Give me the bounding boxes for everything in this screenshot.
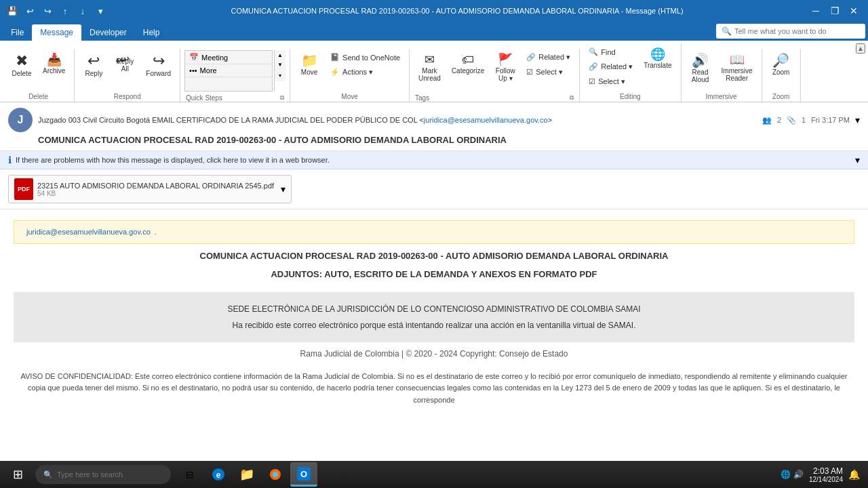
quicksteps-arrows: ▲ ▼ ▾ <box>274 50 285 92</box>
forward-button[interactable]: ↪ Forward <box>141 50 176 81</box>
taskbar-search-input[interactable] <box>57 470 163 479</box>
reply-all-button[interactable]: ↩ ↩ ReplyAll <box>110 50 140 76</box>
quicksteps-up[interactable]: ▲ <box>275 50 285 60</box>
search-input[interactable] <box>734 27 856 35</box>
email-title-line2: ADJUNTOS: AUTO, ESCRITO DE LA DEMANDA Y … <box>14 268 854 281</box>
notification-icon[interactable]: 🔔 <box>848 469 860 480</box>
attachment-info: 23215 AUTO ADMISORIO DEMANDA LABORAL ORD… <box>37 182 274 197</box>
info-expand-button[interactable]: ▾ <box>855 155 860 165</box>
ribbon-group-editing-content: 🔍 Find 🔗 Related ▾ ☑ Select ▾ 🌐 Translat… <box>583 43 677 92</box>
tags-small-btns: 🔗 Related ▾ ☑ Select ▾ <box>521 50 575 79</box>
read-aloud-icon: 🔊 <box>692 54 709 67</box>
quicksteps-dialog-icon[interactable]: ⧉ <box>280 94 284 102</box>
from-info: Juzgado 003 Civil Circuito Bogotá EMAIL … <box>38 116 757 124</box>
move-icon: 📁 <box>301 54 318 67</box>
archive-button[interactable]: 📥 Archive <box>38 50 70 78</box>
move-button[interactable]: 📁 Move <box>294 50 324 79</box>
taskbar-task-view[interactable]: ⊟ <box>176 462 203 487</box>
categorize-icon: 🏷 <box>462 54 474 66</box>
send-to-onenote-button[interactable]: 📓 Send to OneNote <box>326 50 405 64</box>
ribbon-group-quicksteps-content: 📅 Meeting ••• More ▲ ▼ ▾ <box>183 49 287 94</box>
email-footer: Rama Judicial de Colombia | © 2020 - 202… <box>14 348 854 360</box>
svg-point-3 <box>273 472 278 477</box>
attachment-item[interactable]: PDF 23215 AUTO ADMISORIO DEMANDA LABORAL… <box>8 175 292 203</box>
ribbon-group-immersive: 🔊 ReadAloud 📖 ImmersiveReader Immersive <box>682 49 762 102</box>
tab-message[interactable]: Message <box>32 24 81 41</box>
more-label: More <box>200 66 217 75</box>
message-date: Fri 3:17 PM <box>811 116 850 124</box>
quicksteps-expand[interactable]: ▾ <box>275 69 285 81</box>
network-icon[interactable]: 🌐 <box>781 470 791 479</box>
quickstep-meeting[interactable]: 📅 Meeting <box>185 51 272 64</box>
ribbon-group-zoom-content: 🔎 Zoom <box>765 49 797 92</box>
tab-developer[interactable]: Developer <box>81 24 135 41</box>
window-controls: ─ ❐ ✕ <box>807 2 863 20</box>
taskbar-clock[interactable]: 2:03 AM 12/14/2024 <box>809 466 843 483</box>
window-title: COMUNICA ACTUACION PROCESAL RAD 2019-002… <box>107 7 807 15</box>
attachment-count: 1 <box>802 116 806 124</box>
related-button[interactable]: 🔗 Related ▾ <box>521 50 575 64</box>
quickstep-more[interactable]: ••• More <box>185 64 272 77</box>
actions-button[interactable]: ⚡ Actions ▾ <box>326 65 405 79</box>
related-editing-button[interactable]: 🔗 Related ▾ <box>584 60 637 74</box>
attachment-icon: 📎 <box>787 116 796 125</box>
delete-button[interactable]: ✖ Delete <box>7 50 37 81</box>
taskbar-time: 2:03 AM <box>809 466 843 476</box>
from-email[interactable]: juridica@esesamuelvillanueva.gov.co <box>424 116 548 124</box>
taskbar-edge[interactable]: e <box>205 462 232 487</box>
forward-label: Forward <box>146 70 171 77</box>
qat-customize[interactable]: ▾ <box>94 4 107 18</box>
attachment-size: 54 KB <box>37 190 274 197</box>
from-line: Juzgado 003 Civil Circuito Bogotá EMAIL … <box>38 116 757 124</box>
tab-help[interactable]: Help <box>135 24 168 41</box>
select-editing-button[interactable]: ☑ Select ▾ <box>584 75 637 89</box>
read-aloud-label: ReadAloud <box>692 68 709 83</box>
title-bar-qat: 💾 ↩ ↪ ↑ ↓ ▾ <box>5 4 107 18</box>
zoom-label: Zoom <box>772 68 790 76</box>
find-button[interactable]: 🔍 Find <box>584 45 637 59</box>
editing-col: 🔍 Find 🔗 Related ▾ ☑ Select ▾ <box>584 45 637 89</box>
taskbar-outlook[interactable]: O <box>290 462 317 487</box>
follow-up-button[interactable]: 🚩 FollowUp ▾ <box>490 50 520 85</box>
read-aloud-button[interactable]: 🔊 ReadAloud <box>686 50 715 87</box>
spam-warning: juridica@esesamuelvillanueva.gov.co. <box>14 220 854 244</box>
restore-button[interactable]: ❐ <box>826 2 844 20</box>
start-button[interactable]: ⊞ <box>3 462 33 487</box>
collapse-ribbon-button[interactable]: ▲ <box>856 43 865 54</box>
zoom-button[interactable]: 🔎 Zoom <box>766 50 796 79</box>
qat-redo[interactable]: ↪ <box>41 4 54 18</box>
email-body: juridica@esesamuelvillanueva.gov.co. COM… <box>0 209 868 476</box>
qat-undo[interactable]: ↩ <box>23 4 37 18</box>
qat-up[interactable]: ↑ <box>58 4 72 18</box>
taskbar-search-box[interactable]: 🔍 <box>35 465 171 484</box>
immersive-reader-button[interactable]: 📖 ImmersiveReader <box>717 50 757 85</box>
related-editing-label: Related ▾ <box>601 62 633 71</box>
sender-avatar: J <box>8 108 33 132</box>
translate-label: Translate <box>644 62 671 69</box>
info-text: If there are problems with how this mess… <box>16 156 330 164</box>
expand-message-button[interactable]: ▾ <box>855 115 860 125</box>
select-button[interactable]: ☑ Select ▾ <box>521 65 575 79</box>
qat-down[interactable]: ↓ <box>76 4 90 18</box>
attachment-expand-button[interactable]: ▾ <box>281 184 285 195</box>
volume-icon[interactable]: 🔊 <box>793 470 804 479</box>
editing-group-label: Editing <box>583 92 677 102</box>
move-label: Move <box>301 68 317 76</box>
tags-dialog-icon[interactable]: ⧉ <box>570 94 574 102</box>
tab-file[interactable]: File <box>3 24 32 41</box>
taskbar-firefox[interactable] <box>262 462 289 487</box>
mark-unread-button[interactable]: ✉ MarkUnread <box>414 50 446 85</box>
spam-email-link[interactable]: juridica@esesamuelvillanueva.gov.co <box>26 226 151 238</box>
qat-save[interactable]: 💾 <box>5 4 19 18</box>
taskbar-explorer[interactable]: 📁 <box>233 462 260 487</box>
translate-button[interactable]: 🌐 Translate <box>639 45 676 73</box>
quicksteps-down[interactable]: ▼ <box>275 60 285 69</box>
close-button[interactable]: ✕ <box>845 2 863 20</box>
categorize-button[interactable]: 🏷 Categorize <box>447 50 489 78</box>
move-small-btns: 📓 Send to OneNote ⚡ Actions ▾ <box>326 50 405 79</box>
move-group-label: Move <box>293 92 406 102</box>
tab-search-box[interactable]: 🔍 <box>716 24 865 39</box>
reply-button[interactable]: ↩ Reply <box>79 50 108 81</box>
ribbon-group-respond: ↩ Reply ↩ ↩ ReplyAll ↪ Forward Respond <box>75 49 180 102</box>
minimize-button[interactable]: ─ <box>807 2 825 20</box>
